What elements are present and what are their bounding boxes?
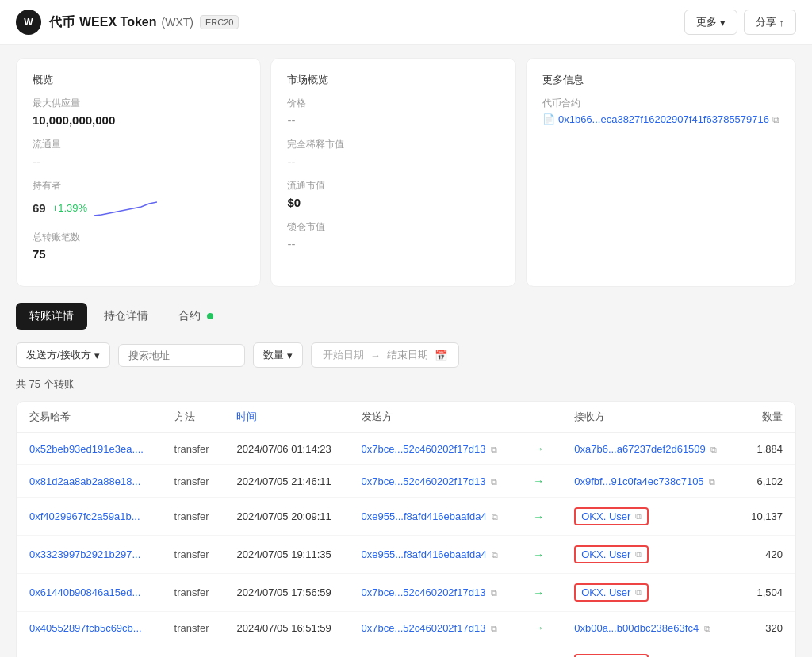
address-search-input[interactable] <box>118 344 245 367</box>
tab-holdings[interactable]: 持仓详情 <box>90 303 162 330</box>
cell-arrow: → <box>517 498 561 536</box>
to-address-okx[interactable]: OKX. User <box>581 510 630 522</box>
cell-time: 2024/07/05 15:34:59 <box>224 644 348 658</box>
tx-hash-link[interactable]: 0x52beb93ed191e3ea.... <box>29 443 144 455</box>
to-address[interactable]: 0xb00a...b00dbc238e63fc4 <box>574 622 699 634</box>
cell-amount: 1,884 <box>736 433 795 465</box>
price-label: 价格 <box>287 97 499 110</box>
cell-arrow: → <box>517 433 561 465</box>
cell-from: 0xe955...f8afd416ebaafda4 ⧉ <box>349 536 518 574</box>
cell-method: transfer <box>162 498 224 536</box>
max-supply-label: 最大供应量 <box>33 97 244 110</box>
cell-tx-hash: 0x81d2aa8ab2a88e18... <box>17 465 162 498</box>
copy-from-icon[interactable]: ⧉ <box>491 477 497 487</box>
contract-address-link[interactable]: 📄 0x1b66...eca3827f16202907f41f637855797… <box>542 113 779 125</box>
cell-arrow: → <box>517 644 561 658</box>
copy-from-icon[interactable]: ⧉ <box>491 588 497 598</box>
transfers-table-container: 交易哈希 方法 时间 发送方 接收方 数量 0x52beb93ed191e3ea… <box>16 401 796 657</box>
total-tx-label: 总转账笔数 <box>33 231 244 244</box>
to-address[interactable]: 0x9fbf...91c0fa4ec738c7105 <box>574 476 703 487</box>
tx-hash-link[interactable]: 0x61440b90846a15ed... <box>29 586 140 598</box>
quantity-filter[interactable]: 数量 ▾ <box>253 342 303 368</box>
tab-contract[interactable]: 合约 <box>165 303 227 330</box>
copy-to-icon[interactable]: ⧉ <box>635 587 642 598</box>
fdv-label: 完全稀释市值 <box>287 138 499 151</box>
token-name-en: WEEX Token <box>79 15 157 29</box>
cell-time: 2024/07/05 17:56:59 <box>224 574 348 612</box>
copy-from-icon[interactable]: ⧉ <box>492 512 498 521</box>
share-icon: ↑ <box>779 17 785 29</box>
copy-to-icon[interactable]: ⧉ <box>704 624 710 633</box>
holders-row: 69 +1.39% <box>33 196 244 220</box>
contract-status-dot <box>207 313 213 319</box>
chevron-down-icon: ▾ <box>287 350 293 361</box>
cell-tx-hash: 0x40552897fcb5c69cb... <box>17 612 162 644</box>
header-actions: 更多 ▾ 分享 ↑ <box>684 10 797 35</box>
copy-to-icon[interactable]: ⧉ <box>710 445 717 454</box>
direction-arrow-icon: → <box>533 586 544 599</box>
token-standard-badge: ERC20 <box>200 15 239 29</box>
date-range-filter[interactable]: 开始日期 → 结束日期 📅 <box>311 342 459 368</box>
tab-transfer-details[interactable]: 转账详情 <box>16 303 87 330</box>
highlighted-recipient: OKX. User ⧉ <box>574 654 649 657</box>
tx-hash-link[interactable]: 0x3323997b2921b297... <box>29 548 140 560</box>
table-row: 0x61440b90846a15ed... transfer 2024/07/0… <box>17 574 795 612</box>
table-row: 0x81d2aa8ab2a88e18... transfer 2024/07/0… <box>17 465 795 498</box>
cell-method: transfer <box>162 465 224 498</box>
copy-icon[interactable]: ⧉ <box>772 114 779 125</box>
to-address[interactable]: 0xa7b6...a67237def2d61509 <box>574 443 706 455</box>
copy-from-icon[interactable]: ⧉ <box>491 445 497 454</box>
cell-to: OKX. User ⧉ <box>561 574 736 612</box>
from-address[interactable]: 0x7bce...52c460202f17d13 <box>362 622 486 634</box>
direction-arrow-icon: → <box>533 510 544 523</box>
cell-from: 0x7bce...52c460202f17d13 ⧉ <box>349 574 518 612</box>
to-address-okx[interactable]: OKX. User <box>581 548 630 560</box>
tx-hash-link[interactable]: 0x81d2aa8ab2a88e18... <box>29 476 140 487</box>
from-address[interactable]: 0x7bce...52c460202f17d13 <box>362 586 486 598</box>
copy-to-icon[interactable]: ⧉ <box>635 549 642 560</box>
market-cap-label: 流通市值 <box>287 179 499 193</box>
from-address[interactable]: 0x7bce...52c460202f17d13 <box>362 476 486 487</box>
table-row: 0x52beb93ed191e3ea.... transfer 2024/07/… <box>17 433 795 465</box>
highlighted-recipient: OKX. User ⧉ <box>574 583 649 602</box>
tx-hash-link[interactable]: 0xf4029967fc2a59a1b... <box>29 510 140 522</box>
copy-to-icon[interactable]: ⧉ <box>709 477 715 487</box>
col-amount: 数量 <box>736 402 795 433</box>
main-content: 概览 最大供应量 10,000,000,000 流通量 -- 持有者 69 +1… <box>0 45 812 657</box>
cell-tx-hash: 0x3323997b2921b297... <box>17 536 162 574</box>
to-address-okx[interactable]: OKX. User <box>581 586 630 598</box>
cell-amount: 1,504 <box>736 574 795 612</box>
copy-to-icon[interactable]: ⧉ <box>635 511 642 521</box>
cell-tx-hash: 0x52beb93ed191e3ea.... <box>17 433 162 465</box>
col-time: 时间 <box>224 402 348 433</box>
contract-label: 代币合约 <box>542 97 779 110</box>
copy-from-icon[interactable]: ⧉ <box>492 550 498 560</box>
end-date-placeholder: 结束日期 <box>387 348 428 362</box>
table-body: 0x52beb93ed191e3ea.... transfer 2024/07/… <box>17 433 795 658</box>
copy-from-icon[interactable]: ⧉ <box>491 624 497 633</box>
from-address[interactable]: 0x7bce...52c460202f17d13 <box>362 443 486 455</box>
cell-amount: 10,137 <box>736 498 795 536</box>
circulation-value: -- <box>33 155 244 168</box>
cell-tx-hash: 0x61440b90846a15ed... <box>17 574 162 612</box>
holders-change: +1.39% <box>52 202 87 214</box>
filter-bar: 发送方/接收方 ▾ 数量 ▾ 开始日期 → 结束日期 📅 <box>16 342 796 368</box>
sender-receiver-filter[interactable]: 发送方/接收方 ▾ <box>16 342 110 368</box>
cell-to: 0x9fbf...91c0fa4ec738c7105 ⧉ <box>561 465 736 498</box>
direction-arrow-icon: → <box>533 475 544 487</box>
cell-method: transfer <box>162 536 224 574</box>
from-address[interactable]: 0xe955...f8afd416ebaafda4 <box>362 510 487 522</box>
direction-arrow-icon: → <box>533 621 544 634</box>
tx-hash-link[interactable]: 0x40552897fcb5c69cb... <box>29 622 142 634</box>
share-button[interactable]: 分享 ↑ <box>744 10 797 35</box>
table-row: 0xf4029967fc2a59a1b... transfer 2024/07/… <box>17 498 795 536</box>
holders-value: 69 <box>33 201 46 215</box>
cell-from: 0x7bce...52c460202f17d13 ⧉ <box>349 465 518 498</box>
from-address[interactable]: 0xe955...f8afd416ebaafda4 <box>362 548 487 560</box>
transfer-count: 共 75 个转账 <box>16 377 796 392</box>
more-button[interactable]: 更多 ▾ <box>684 10 737 35</box>
market-cap-value: $0 <box>287 196 499 209</box>
cell-arrow: → <box>517 536 561 574</box>
token-logo: W <box>16 10 41 35</box>
cell-from: 0x7bce...52c460202f17d13 ⧉ <box>349 644 518 658</box>
